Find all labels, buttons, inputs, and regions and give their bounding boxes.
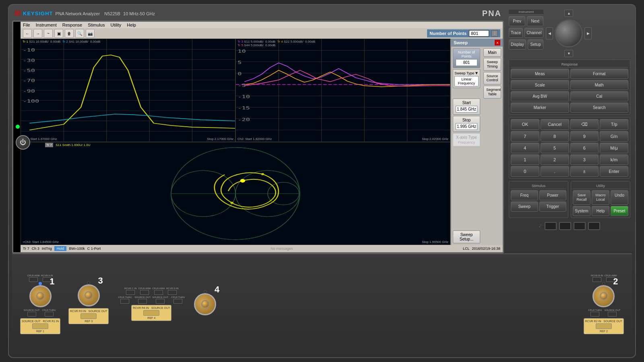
- usb-port-2[interactable]: [559, 222, 571, 230]
- help-button[interactable]: Help: [592, 206, 609, 216]
- cplr-thru-b[interactable]: [590, 312, 599, 317]
- source-out-d[interactable]: [156, 299, 165, 304]
- math-button[interactable]: Math: [570, 80, 629, 90]
- meas-button[interactable]: Meas: [511, 69, 569, 79]
- macro-local-button[interactable]: MacroLocal: [592, 190, 609, 205]
- arrow-left-btn[interactable]: ◀: [546, 27, 553, 39]
- ref2-port[interactable]: [596, 323, 612, 329]
- key-8[interactable]: 8: [541, 131, 569, 142]
- sweep-source-ctrl-btn[interactable]: SourceControl: [483, 72, 501, 85]
- next-button[interactable]: Next: [527, 16, 543, 26]
- setup-button[interactable]: Setup: [528, 39, 544, 49]
- sweep-num-points-btn[interactable]: Number of Points 801: [453, 48, 480, 68]
- cancel-button[interactable]: Cancel: [541, 119, 569, 130]
- key-0[interactable]: 0: [511, 166, 539, 177]
- trace-button[interactable]: Trace: [509, 28, 523, 38]
- preset-button[interactable]: Preset: [611, 206, 628, 216]
- cplr-arm-c[interactable]: [140, 290, 149, 295]
- trigger-button[interactable]: Trigger: [539, 202, 567, 212]
- port3-rf-connector[interactable]: [78, 284, 100, 306]
- format-button[interactable]: Format: [570, 69, 629, 79]
- sweep-button[interactable]: Sweep: [511, 202, 538, 212]
- marker-button[interactable]: Marker: [511, 103, 569, 113]
- menu-response[interactable]: Response: [62, 23, 83, 27]
- usb-port-4[interactable]: [588, 222, 600, 230]
- source-out-c[interactable]: [138, 299, 147, 304]
- cplr-arm-port[interactable]: [29, 277, 38, 282]
- prev-button[interactable]: Prev: [509, 16, 525, 26]
- key-6[interactable]: 6: [570, 143, 599, 153]
- port2-rf-connector[interactable]: [592, 285, 615, 307]
- cplr-thru-port[interactable]: [45, 312, 54, 317]
- main-knob[interactable]: [555, 19, 583, 47]
- key-dot[interactable]: .: [541, 166, 569, 177]
- usb-port-1[interactable]: [545, 222, 557, 230]
- toolbar-camera-btn[interactable]: 📷: [86, 29, 95, 38]
- menu-stimulus[interactable]: Stimulus: [88, 23, 105, 27]
- num-points-input[interactable]: [469, 30, 489, 37]
- power-button[interactable]: ⏻: [16, 135, 30, 150]
- key-5[interactable]: 5: [541, 143, 569, 153]
- key-mu[interactable]: M/μ: [600, 143, 628, 153]
- sweep-main-btn[interactable]: Main: [483, 48, 501, 57]
- display-button[interactable]: Display: [509, 39, 526, 49]
- undo-button[interactable]: Undo: [611, 190, 628, 205]
- port1-rf-connector[interactable]: [29, 285, 52, 307]
- freq-button[interactable]: Freq: [511, 190, 538, 200]
- key-4[interactable]: 4: [511, 143, 539, 153]
- toolbar-screenshot-btn[interactable]: ▣: [54, 29, 63, 38]
- toolbar-zoom-btn[interactable]: 🔍: [75, 29, 84, 38]
- rcvr-c-in[interactable]: [126, 290, 135, 295]
- ref4-port[interactable]: [143, 310, 159, 316]
- cplr-thru-c[interactable]: [120, 299, 129, 304]
- tp-button[interactable]: T/p: [600, 119, 628, 130]
- num-points-grid-btn[interactable]: ⋮: [491, 30, 498, 37]
- toolbar-delete-btn[interactable]: 🗑: [65, 29, 74, 38]
- backspace-button[interactable]: ⌫: [570, 119, 599, 130]
- menu-help[interactable]: Help: [127, 23, 136, 27]
- rcvr-b-in[interactable]: [592, 277, 601, 282]
- ref3-port[interactable]: [80, 313, 97, 319]
- toolbar-forward-btn[interactable]: →: [33, 29, 42, 38]
- power-button[interactable]: Power: [539, 190, 567, 200]
- sweep-stop-btn[interactable]: Stop 1.995 GHz: [453, 116, 480, 132]
- source-out-b[interactable]: [608, 312, 617, 317]
- key-3[interactable]: 3: [570, 154, 599, 165]
- key-7[interactable]: 7: [511, 131, 539, 142]
- sweep-setup-btn[interactable]: Sweep Setup...: [453, 230, 480, 243]
- ok-button[interactable]: OK: [511, 119, 539, 130]
- arrow-up-btn[interactable]: ▲: [564, 10, 573, 17]
- toolbar-back-btn[interactable]: ←: [23, 29, 32, 38]
- channel-button[interactable]: Channel: [524, 28, 543, 38]
- source-out-port[interactable]: [27, 312, 36, 317]
- key-2[interactable]: 2: [541, 154, 569, 165]
- arrow-right-btn[interactable]: ▶: [584, 27, 592, 39]
- port4-rf-connector[interactable]: [194, 293, 216, 315]
- key-gn[interactable]: G/n: [600, 131, 628, 142]
- scale-button[interactable]: Scale: [511, 80, 569, 90]
- ref1-port[interactable]: [32, 323, 48, 329]
- avgbw-button[interactable]: Avg BW: [511, 91, 569, 101]
- key-enter[interactable]: Enter: [600, 166, 628, 177]
- menu-file[interactable]: File: [23, 23, 30, 27]
- key-9[interactable]: 9: [570, 131, 599, 142]
- rcvr-d-in[interactable]: [168, 290, 177, 295]
- cal-button[interactable]: Cal: [570, 91, 629, 101]
- cplr-arm-d[interactable]: [154, 290, 163, 295]
- cplr-thru-d[interactable]: [173, 299, 182, 304]
- arrow-down-btn[interactable]: ▼: [564, 50, 573, 57]
- menu-utility[interactable]: Utility: [110, 23, 121, 27]
- usb-port-3[interactable]: [574, 222, 586, 230]
- save-recall-button[interactable]: SaveRecall: [573, 190, 590, 205]
- key-plusminus[interactable]: ±: [570, 166, 599, 177]
- sweep-timing-btn[interactable]: SweepTiming: [483, 58, 501, 71]
- search-button[interactable]: Search: [570, 103, 629, 113]
- key-1[interactable]: 1: [511, 154, 539, 165]
- sweep-close-button[interactable]: ×: [495, 40, 500, 45]
- menu-instrument[interactable]: Instrument: [36, 23, 57, 27]
- sweep-start-btn[interactable]: Start 1.845 GHz: [453, 99, 480, 115]
- sweep-segment-table-btn[interactable]: SegmentTable: [483, 86, 501, 99]
- toolbar-wave-btn[interactable]: ~: [44, 29, 53, 38]
- system-button[interactable]: System: [573, 206, 590, 216]
- key-km[interactable]: k/m: [600, 154, 628, 165]
